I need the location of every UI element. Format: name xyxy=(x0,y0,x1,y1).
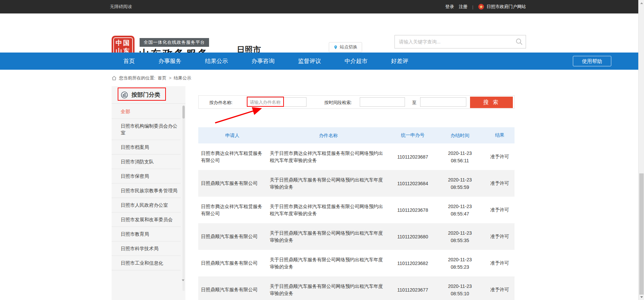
search-button[interactable]: 搜 索 xyxy=(470,97,513,108)
sidebar-item-bianban[interactable]: 日照市机构编制委员会办公室 xyxy=(112,119,181,140)
finish-clock: 08:56:11 xyxy=(435,157,485,164)
result-cell: 准予许可 xyxy=(485,207,515,213)
login-link[interactable]: 登录 xyxy=(445,4,454,10)
sidebar-scroll-down-icon[interactable] xyxy=(181,278,185,282)
nav-services[interactable]: 办事服务 xyxy=(147,53,193,70)
sidebar-item-industry-it[interactable]: 日照市工业和信息化 xyxy=(112,256,181,270)
home-icon xyxy=(112,76,117,80)
scroll-down-icon[interactable] xyxy=(639,295,644,299)
help-button[interactable]: 使用帮助 xyxy=(573,56,611,66)
applicant-cell: 日照鼎顺汽车服务有限公司 xyxy=(198,233,266,240)
national-emblem-icon xyxy=(478,4,484,10)
site-header: 中国 山东 全国一体化在线政务服务平台 山东政务服务 日照市 站点切换 全部 xyxy=(0,13,644,53)
topbar-separator: | xyxy=(472,4,473,9)
nav-supervision[interactable]: 监督评议 xyxy=(286,53,333,70)
applicant-cell: 日照鼎顺汽车服务有限公司 xyxy=(198,180,266,187)
sidebar-item-fire[interactable]: 日照市消防支队 xyxy=(112,155,181,169)
department-category-icon xyxy=(121,91,128,99)
breadcrumb-prefix: 您当前所在的位置: xyxy=(119,75,155,81)
applicant-cell: 日照市腾达众祥汽车租赁服务有限公司 xyxy=(198,203,266,217)
location-pin-icon xyxy=(333,45,338,50)
col-header-finish-time: 办结时间 xyxy=(435,132,485,139)
finish-time-cell: 2020-11-23 08:55:10 xyxy=(435,282,485,297)
item-name-cell: 关于日照鼎顺汽车服务有限公司网络预约出租汽车年度审验的业务 xyxy=(266,256,390,270)
result-cell: 准予许可 xyxy=(485,234,515,240)
site-switch-label: 站点切换 xyxy=(340,44,357,50)
window-scrollbar[interactable] xyxy=(638,0,644,300)
date-from-input[interactable] xyxy=(360,97,405,107)
top-utility-bar: 无障碍阅读 登录 注册 | 日照市政府门户网站 xyxy=(0,0,644,13)
table-row: 日照鼎顺汽车服务有限公司 关于日照鼎顺汽车服务有限公司网络预约出租汽车年度审验的… xyxy=(198,276,515,300)
finish-time-cell: 2020-11-23 08:55:47 xyxy=(435,203,485,218)
finish-date: 2020-11-23 xyxy=(435,203,485,210)
keyword-search-input[interactable] xyxy=(395,35,513,48)
sidebar-item-gov-office[interactable]: 日照市人民政府办公室 xyxy=(112,198,181,212)
nav-consult[interactable]: 办事咨询 xyxy=(240,53,286,70)
table-row: 日照市腾达众祥汽车租赁服务有限公司 关于日照市腾达众祥汽车租赁服务有限公司网络预… xyxy=(198,197,515,223)
finish-time-cell: 2020-11-23 08:56:11 xyxy=(435,149,485,164)
item-name-cell: 关于日照鼎顺汽车服务有限公司网络预约出租汽车年度审验的业务 xyxy=(266,283,390,297)
sidebar-title: 按部门分类 xyxy=(131,91,160,99)
portal-label: 日照市政府门户网站 xyxy=(487,4,526,10)
date-to-input[interactable] xyxy=(420,97,466,107)
portal-link[interactable]: 日照市政府门户网站 xyxy=(478,4,526,10)
department-list: 全部 日照市机构编制委员会办公室 日照市档案局 日照市消防支队 日照市保密局 日… xyxy=(112,104,185,270)
site-switch-button[interactable]: 站点切换 xyxy=(329,42,362,52)
apply-no-cell: 110112023684 xyxy=(390,181,435,186)
apply-no-cell: 110112023687 xyxy=(390,154,435,160)
result-filter-bar: 按办件名称: 按时间段检索: 至 搜 索 xyxy=(198,95,515,109)
item-name-input[interactable] xyxy=(247,97,306,107)
top-right-links: 登录 注册 | 日照市政府门户网站 xyxy=(445,0,526,13)
finish-time-cell: 2020-11-23 08:55:35 xyxy=(435,229,485,244)
nav-results[interactable]: 结果公示 xyxy=(193,53,240,70)
results-main: 按办件名称: 按时间段检索: 至 搜 索 申请人 办件名称 统一申办号 办结时间… xyxy=(198,86,515,300)
applicant-cell: 日照鼎顺汽车服务有限公司 xyxy=(198,286,266,293)
finish-date: 2020-11-23 xyxy=(435,229,485,237)
col-header-applicant: 申请人 xyxy=(198,132,266,139)
nav-home[interactable]: 首页 xyxy=(112,53,147,70)
breadcrumb-home-link[interactable]: 首页 xyxy=(158,75,167,81)
result-cell: 准予许可 xyxy=(485,260,515,266)
finish-date: 2020-11-23 xyxy=(435,149,485,157)
finish-time-cell: 2020-11-23 08:55:23 xyxy=(435,256,485,271)
sidebar-scrollbar-thumb[interactable] xyxy=(182,106,185,119)
nav-agency-market[interactable]: 中介超市 xyxy=(333,53,379,70)
sidebar-item-education[interactable]: 日照市教育局 xyxy=(112,227,181,241)
apply-no-cell: 110112023682 xyxy=(390,261,435,266)
result-cell: 准予许可 xyxy=(485,287,515,293)
sidebar-scrollbar-track[interactable] xyxy=(182,105,185,291)
table-header-row: 申请人 办件名称 统一申办号 办结时间 结果 xyxy=(198,127,515,143)
finish-clock: 08:55:59 xyxy=(435,184,485,191)
sidebar-item-all[interactable]: 全部 xyxy=(112,104,181,119)
platform-badge: 全国一体化在线政务服务平台 xyxy=(140,38,209,47)
window-scrollbar-thumb[interactable] xyxy=(639,173,644,295)
sidebar-item-science-tech[interactable]: 日照市科学技术局 xyxy=(112,241,181,256)
sidebar-item-archives[interactable]: 日照市档案局 xyxy=(112,140,181,155)
scroll-up-icon[interactable] xyxy=(639,1,644,5)
result-cell: 准予许可 xyxy=(485,154,515,160)
register-link[interactable]: 注册 xyxy=(459,4,468,10)
table-row: 日照市腾达众祥汽车租赁服务有限公司 关于日照市腾达众祥汽车租赁服务有限公司网络预… xyxy=(198,143,515,170)
seal-text-line1: 中国 xyxy=(116,39,130,47)
item-name-label: 按办件名称: xyxy=(209,100,233,106)
main-navigation: 首页 办事服务 结果公示 办事咨询 监督评议 中介超市 好差评 使用帮助 xyxy=(0,53,644,70)
results-table: 申请人 办件名称 统一申办号 办结时间 结果 日照市腾达众祥汽车租赁服务有限公司… xyxy=(198,127,515,300)
applicant-cell: 日照鼎顺汽车服务有限公司 xyxy=(198,260,266,267)
search-icon[interactable] xyxy=(515,38,523,46)
sidebar-item-development-reform[interactable]: 日照市发展和改革委员会 xyxy=(112,212,181,227)
finish-time-cell: 2020-11-23 08:55:59 xyxy=(435,176,485,191)
apply-no-cell: 110112023677 xyxy=(390,287,435,293)
sidebar-item-secrecy[interactable]: 日照市保密局 xyxy=(112,169,181,184)
item-name-cell: 关于日照鼎顺汽车服务有限公司网络预约出租汽车年度审验的业务 xyxy=(266,230,390,244)
accessibility-link[interactable]: 无障碍阅读 xyxy=(110,0,132,13)
apply-no-cell: 110112023680 xyxy=(390,234,435,239)
breadcrumb-current: 结果公示 xyxy=(174,75,191,81)
sidebar-item-ethnic-religion[interactable]: 日照市民族宗教事务管理局 xyxy=(112,184,181,198)
item-name-cell: 关于日照市腾达众祥汽车租赁服务有限公司网络预约出租汽车年度审验的业务 xyxy=(266,150,390,164)
finish-clock: 08:55:10 xyxy=(435,290,485,297)
result-cell: 准予许可 xyxy=(485,180,515,187)
finish-clock: 08:55:47 xyxy=(435,210,485,218)
nav-rating[interactable]: 好差评 xyxy=(379,53,420,70)
finish-date: 2020-11-23 xyxy=(435,256,485,263)
finish-date: 2020-11-23 xyxy=(435,176,485,184)
